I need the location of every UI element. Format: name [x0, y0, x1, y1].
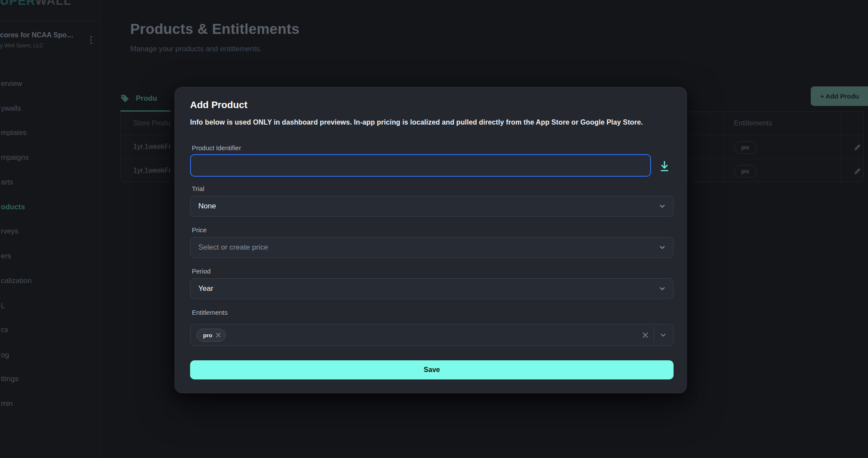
edit-icon[interactable]	[853, 143, 862, 152]
chevron-down-icon	[658, 285, 666, 293]
sidebar-item-paywalls[interactable]: ywalls	[0, 104, 21, 113]
entitlements-label: Entitlements	[192, 309, 228, 316]
download-icon[interactable]	[658, 159, 671, 173]
trial-value: None	[198, 202, 216, 211]
period-value: Year	[198, 284, 213, 293]
chevron-down-icon	[658, 244, 666, 251]
sidebar-item-products[interactable]: oducts	[0, 203, 25, 211]
app-root: UPERWALL cores for NCAA Spo… y Well Spen…	[0, 0, 868, 458]
entitlements-multiselect[interactable]: pro	[190, 324, 674, 346]
sidebar-item-campaigns[interactable]: mpaigns	[0, 153, 29, 162]
entitlement-badge: pro	[734, 141, 756, 154]
entitlement-badge: pro	[734, 165, 756, 178]
edit-icon[interactable]	[853, 167, 862, 175]
page-title: Products & Entitlements	[130, 21, 299, 37]
add-product-button[interactable]: + Add Produ	[811, 86, 868, 106]
modal-title: Add Product	[190, 99, 247, 111]
tab-label: Produ	[136, 94, 157, 103]
sidebar-item-surveys[interactable]: rveys	[0, 227, 19, 236]
sidebar-item-sql[interactable]: L	[0, 302, 5, 310]
column-header-entitlements: Entitlements	[734, 119, 772, 127]
tab-products[interactable]: Produ	[120, 89, 157, 108]
price-placeholder: Select or create price	[198, 243, 268, 252]
modal-description: Info below is used ONLY in dashboard pre…	[190, 119, 643, 126]
app-menu-kebab-icon[interactable]	[89, 36, 93, 46]
period-label: Period	[192, 267, 210, 275]
chevron-down-icon	[659, 331, 667, 339]
tag-icon	[120, 94, 130, 103]
sidebar-item-users[interactable]: ers	[0, 252, 11, 260]
trial-label: Trial	[192, 185, 204, 192]
product-identifier-input[interactable]	[190, 154, 651, 177]
trial-select[interactable]: None	[190, 196, 674, 217]
divider	[0, 20, 101, 21]
entitlement-chip: pro	[197, 329, 226, 342]
sidebar: UPERWALL cores for NCAA Spo… y Well Spen…	[0, 0, 101, 458]
divider	[654, 328, 654, 343]
sidebar-item-localization[interactable]: calization	[0, 277, 32, 285]
price-label: Price	[192, 226, 207, 234]
sidebar-item-overview[interactable]: erview	[0, 79, 22, 88]
sidebar-item-metrics[interactable]: cs	[0, 326, 8, 334]
chip-remove-icon[interactable]	[216, 333, 221, 338]
price-select[interactable]: Select or create price	[190, 237, 674, 258]
sidebar-item-admin[interactable]: min	[0, 399, 13, 408]
app-switcher-name[interactable]: cores for NCAA Spo…	[0, 31, 87, 39]
save-button[interactable]: Save	[190, 360, 674, 379]
chevron-down-icon	[658, 202, 666, 210]
column-header-store-product: Store Produ	[133, 119, 170, 127]
sidebar-item-log[interactable]: og	[0, 351, 9, 359]
store-product-id: 1yr.1weekFr	[133, 143, 171, 151]
superwall-logo: UPERWALL	[0, 0, 72, 8]
add-product-modal: Add Product Info below is used ONLY in d…	[174, 87, 687, 393]
page-subtitle: Manage your products and entitlements.	[130, 45, 262, 53]
app-switcher-org: y Well Spent, LLC	[0, 43, 87, 49]
sidebar-item-charts[interactable]: arts	[0, 178, 13, 187]
period-select[interactable]: Year	[190, 278, 674, 299]
sidebar-item-templates[interactable]: mplates	[0, 129, 27, 137]
chip-label: pro	[203, 332, 212, 339]
product-identifier-label: Product Identifier	[192, 144, 241, 152]
store-product-id: 1yr.1weekFr	[133, 167, 171, 175]
clear-all-icon[interactable]	[642, 332, 649, 339]
sidebar-item-settings[interactable]: ttings	[0, 375, 19, 383]
